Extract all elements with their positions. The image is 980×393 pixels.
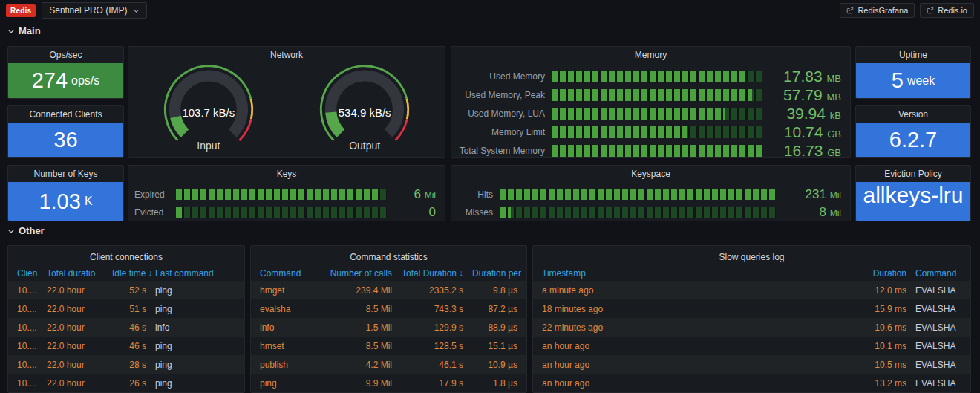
stat-value-area: 6.2.7: [856, 123, 970, 157]
panel-title[interactable]: Connected Clients: [8, 106, 123, 123]
cell: 10....: [13, 304, 42, 314]
gauge-arc: [294, 63, 435, 143]
cell: 8.5 Mil: [313, 304, 396, 314]
bar-label: Hits: [457, 189, 500, 200]
column-header[interactable]: Timestamp: [538, 268, 822, 279]
panel-title[interactable]: Eviction Policy: [856, 166, 970, 182]
cell: an hour ago: [538, 341, 822, 351]
led-bar: [500, 207, 776, 218]
panel-title[interactable]: Keyspace: [451, 166, 850, 182]
column-header[interactable]: Total duratio: [42, 268, 108, 279]
chevron-down-icon: [7, 27, 15, 35]
cell: 22.0 hour: [42, 378, 108, 389]
section-row-main[interactable]: Main: [7, 25, 41, 36]
stat-value-area: 5 week: [856, 63, 970, 98]
cell: 9.8 µs: [468, 285, 522, 296]
panel-network: Network 103.7 kB/s Input: [128, 46, 445, 158]
column-header-sorted[interactable]: Total Duration↓: [396, 268, 468, 279]
panel-title[interactable]: Slow queries log: [533, 249, 970, 265]
column-header[interactable]: Command: [911, 268, 966, 279]
stat-unit: week: [907, 74, 935, 88]
cell: 26 s: [108, 378, 151, 389]
table-row: evalsha 8.5 Mil 743.3 s 87.2 µs: [251, 299, 526, 318]
section-title: Main: [19, 25, 41, 36]
column-header-sorted[interactable]: Idle time↓: [108, 268, 151, 279]
cell: 1.5 Mil: [313, 322, 396, 333]
panel-connected-clients: Connected Clients 36: [7, 105, 124, 158]
stat-unit: ops/s: [71, 74, 99, 88]
panel-title[interactable]: Client connections: [8, 249, 244, 265]
panel-client-connections: Client connections Clien Total duratio I…: [7, 245, 245, 393]
panel-title[interactable]: Uptime: [856, 47, 970, 63]
led-bar: [552, 108, 762, 120]
panel-keyspace: Keyspace Hits 231 Mil Misses 8 Mil: [451, 165, 851, 221]
panel-version: Version 6.2.7: [855, 105, 971, 158]
cell: 128.5 s: [396, 341, 468, 351]
cell: 46.1 s: [396, 360, 468, 370]
gauge-group: 103.7 kB/s Input 534.9 kB/s Output: [128, 63, 445, 152]
led-bar: [176, 189, 387, 200]
cell: 10.5 ms: [822, 360, 911, 370]
panel-title[interactable]: Memory: [451, 47, 850, 63]
stat-value: 5: [892, 68, 904, 93]
external-link-icon: [846, 7, 854, 14]
cell: 22.0 hour: [42, 360, 108, 370]
table-row: hmget 239.4 Mil 2335.2 s 9.8 µs: [251, 281, 526, 299]
cell: 10....: [13, 341, 42, 351]
cell: 12.0 ms: [822, 285, 911, 296]
cell: 51 s: [108, 304, 151, 314]
panel-uptime: Uptime 5 week: [855, 46, 971, 99]
panel-title[interactable]: Ops/sec: [8, 47, 123, 63]
column-header[interactable]: Duration per call: [468, 268, 522, 279]
topbar-right: RedisGrafana Redis.io: [834, 3, 974, 18]
column-header[interactable]: Command: [255, 268, 313, 279]
table-row: 10.... 22.0 hour 51 s ping: [8, 299, 244, 318]
bar-value: 8 Mil: [776, 205, 841, 220]
bar-gauge-row: Used Memory 17.83 MB: [457, 67, 841, 85]
table-row: hmset 8.5 Mil 128.5 s 15.1 µs: [251, 337, 526, 355]
cell: ping: [151, 341, 240, 351]
cell: 10....: [13, 360, 42, 370]
cell: publish: [255, 360, 313, 370]
cell: ping: [151, 285, 240, 296]
table-header-row: Command Number of calls Total Duration↓ …: [251, 265, 526, 281]
grafana-dashboard: Redis Sentinel PRO (IMP) RedisGrafana Re…: [0, 0, 980, 393]
panel-title[interactable]: Network: [128, 47, 445, 63]
column-header[interactable]: Last command: [151, 268, 240, 279]
cell: 15.1 µs: [468, 341, 522, 351]
cell: EVALSHA: [911, 304, 966, 314]
panel-slow-queries-log: Slow queries log Timestamp Duration Comm…: [532, 245, 971, 393]
panel-command-statistics: Command statistics Command Number of cal…: [250, 245, 527, 393]
panel-title[interactable]: Keys: [128, 166, 445, 182]
panel-eviction-policy: Eviction Policy allkeys-lru: [855, 165, 971, 221]
column-header[interactable]: Duration: [822, 268, 911, 279]
bar-gauge-row: Total System Memory 16.73 GB: [457, 141, 841, 158]
panel-title[interactable]: Version: [856, 106, 970, 123]
cell: 46 s: [108, 322, 151, 333]
panel-title[interactable]: Number of Keys: [8, 166, 123, 182]
sort-desc-icon: ↓: [459, 268, 463, 279]
bar-label: Memory Limit: [457, 127, 552, 137]
cell: 10.6 ms: [822, 322, 911, 333]
section-row-other[interactable]: Other: [7, 225, 45, 236]
section-title: Other: [19, 225, 45, 236]
dashboard-title: Sentinel PRO (IMP): [49, 5, 127, 16]
panel-title[interactable]: Command statistics: [251, 249, 526, 265]
dashboard-picker[interactable]: Sentinel PRO (IMP): [42, 2, 146, 19]
redis-logo[interactable]: Redis: [6, 4, 36, 17]
table-row: 10.... 22.0 hour 46 s ping: [8, 337, 244, 355]
cell: 8.5 Mil: [313, 341, 396, 351]
cell: an hour ago: [538, 378, 822, 389]
bar-label: Total System Memory: [457, 146, 552, 156]
link-redis-io[interactable]: Redis.io: [920, 3, 974, 18]
column-header[interactable]: Clien: [13, 268, 42, 279]
cell: 15.9 ms: [822, 304, 911, 314]
led-bar: [176, 207, 387, 218]
gauge-arc: [138, 63, 279, 143]
bar-label: Misses: [457, 207, 500, 218]
column-header[interactable]: Number of calls: [313, 268, 396, 279]
bar-gauge-row: Hits 231 Mil: [457, 186, 841, 204]
panel-keys: Keys Expired 6 Mil Evicted 0: [128, 165, 445, 221]
link-redisgrafana[interactable]: RedisGrafana: [840, 3, 915, 18]
stat-value: 1.03: [39, 189, 80, 214]
